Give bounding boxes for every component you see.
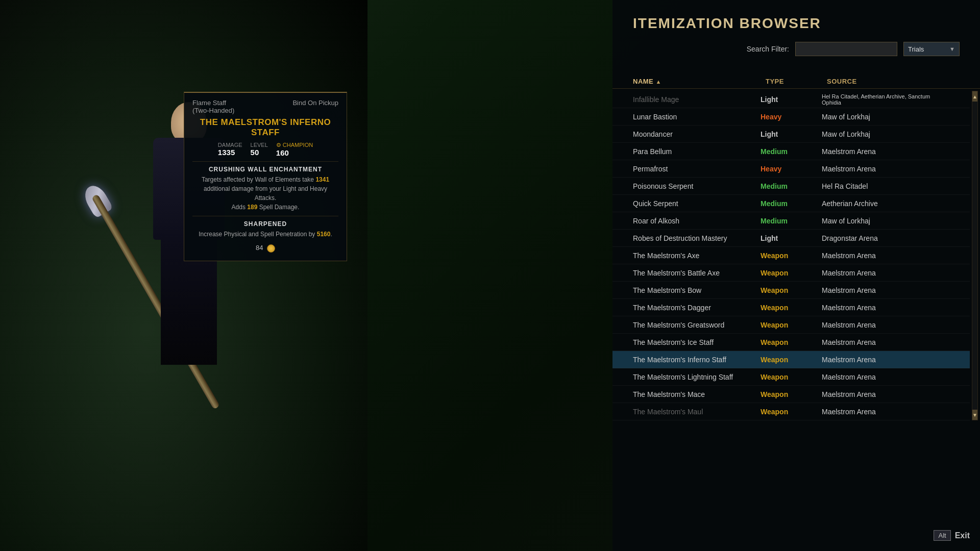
cell-item-type: Weapon — [761, 269, 822, 277]
table-row[interactable]: Roar of AlkoshMediumMaw of Lorkhaj — [612, 212, 970, 230]
table-row[interactable]: Poisonous SerpentMediumHel Ra Citadel — [612, 178, 970, 195]
cell-item-name: The Maelstrom's Inferno Staff — [633, 356, 761, 364]
table-row[interactable]: Lunar BastionHeavyMaw of Lorkhaj — [612, 108, 970, 126]
cell-item-type: Medium — [761, 182, 822, 190]
cell-item-name: The Maelstrom's Dagger — [633, 304, 761, 312]
stat-champion: ⚙ CHAMPION 160 — [276, 142, 313, 157]
tooltip-header: Flame Staff (Two-Handed) Bind On Pickup — [192, 99, 338, 114]
cell-item-type: Weapon — [761, 356, 822, 364]
cell-item-name: Lunar Bastion — [633, 113, 761, 121]
cell-item-source: Maelstrom Arena — [822, 408, 949, 416]
cell-item-name: The Maelstrom's Greatsword — [633, 321, 761, 329]
table-row[interactable]: The Maelstrom's DaggerWeaponMaelstrom Ar… — [612, 299, 970, 316]
cell-item-source: Maelstrom Arena — [822, 356, 949, 364]
table-body: Infallible MageLightHel Ra Citadel, Aeth… — [612, 91, 970, 420]
cell-item-source: Maelstrom Arena — [822, 286, 949, 294]
passive-title: SHARPENED — [192, 220, 338, 228]
table-row[interactable]: The Maelstrom's GreatswordWeaponMaelstro… — [612, 316, 970, 334]
cell-item-source: Maelstrom Arena — [822, 165, 949, 173]
dropdown-value: Trials — [908, 45, 924, 53]
table-row[interactable]: Infallible MageLightHel Ra Citadel, Aeth… — [612, 91, 970, 108]
cell-item-source: Maelstrom Arena — [822, 147, 949, 156]
table-row[interactable]: PermafrostHeavyMaelstrom Arena — [612, 160, 970, 178]
level-value: 50 — [251, 148, 268, 157]
cell-item-source: Maelstrom Arena — [822, 390, 949, 398]
cell-item-source: Maw of Lorkhaj — [822, 217, 949, 225]
cell-item-name: Moondancer — [633, 130, 761, 138]
level-label: LEVEL — [251, 142, 268, 148]
browser-title: ITEMIZATION BROWSER — [633, 15, 960, 32]
cell-item-type: Heavy — [761, 113, 822, 121]
stat-level: LEVEL 50 — [251, 142, 268, 157]
sort-arrow-icon: ▲ — [655, 79, 661, 85]
cell-item-type: Heavy — [761, 165, 822, 173]
cell-item-source: Dragonstar Arena — [822, 234, 949, 242]
exit-area: Alt Exit — [934, 530, 970, 541]
tooltip-item-name: THE MAELSTROM'S INFERNO STAFF — [192, 117, 338, 138]
table-row[interactable]: The Maelstrom's Lightning StaffWeaponMae… — [612, 368, 970, 386]
cell-item-type: Light — [761, 130, 822, 138]
cell-item-type: Medium — [761, 217, 822, 225]
tooltip-weapon-name: Flame Staff (Two-Handed) — [192, 99, 234, 114]
cell-item-name: Permafrost — [633, 165, 761, 173]
cell-item-source: Maelstrom Arena — [822, 269, 949, 277]
passive-description: Increase Physical and Spell Penetration … — [192, 230, 338, 239]
cell-item-name: The Maelstrom's Ice Staff — [633, 338, 761, 346]
damage-label: DAMAGE — [218, 142, 242, 148]
cell-item-source: Maelstrom Arena — [822, 338, 949, 346]
item-tooltip: Flame Staff (Two-Handed) Bind On Pickup … — [184, 92, 347, 261]
table-body-wrapper: Infallible MageLightHel Ra Citadel, Aeth… — [612, 91, 980, 420]
gold-coin-icon — [267, 244, 275, 253]
cell-item-source: Maelstrom Arena — [822, 252, 949, 260]
table-row[interactable]: The Maelstrom's MaulWeaponMaelstrom Aren… — [612, 403, 970, 420]
table-row[interactable]: The Maelstrom's MaceWeaponMaelstrom Aren… — [612, 386, 970, 403]
table-row[interactable]: MoondancerLightMaw of Lorkhaj — [612, 126, 970, 143]
cell-item-name: The Maelstrom's Axe — [633, 252, 761, 260]
enchant-description: Targets affected by Wall of Elements tak… — [192, 175, 338, 212]
cell-item-type: Medium — [761, 147, 822, 156]
scrollbar-track: ▲ ▼ — [972, 91, 978, 420]
cell-item-type: Weapon — [761, 321, 822, 329]
table-row[interactable]: The Maelstrom's AxeWeaponMaelstrom Arena — [612, 247, 970, 264]
search-input[interactable] — [795, 42, 897, 56]
table-row[interactable]: The Maelstrom's Inferno StaffWeaponMaels… — [612, 351, 970, 368]
cell-item-name: The Maelstrom's Mace — [633, 390, 761, 398]
filter-dropdown[interactable]: Trials ▼ — [903, 42, 960, 56]
scroll-up-button[interactable]: ▲ — [972, 91, 977, 102]
cell-item-name: The Maelstrom's Lightning Staff — [633, 373, 761, 381]
col-header-type[interactable]: TYPE — [766, 74, 827, 88]
cell-item-name: Infallible Mage — [633, 95, 761, 104]
cell-item-type: Light — [761, 234, 822, 242]
table-row[interactable]: The Maelstrom's Battle AxeWeaponMaelstro… — [612, 264, 970, 282]
dropdown-arrow-icon: ▼ — [949, 46, 955, 52]
tooltip-gold: 84 — [192, 244, 338, 253]
cell-item-name: Para Bellum — [633, 147, 761, 156]
col-header-source[interactable]: SOURCE — [827, 74, 960, 88]
table-row[interactable]: The Maelstrom's BowWeaponMaelstrom Arena — [612, 282, 970, 299]
col-header-name[interactable]: NAME ▲ — [633, 74, 766, 88]
cell-item-source: Hel Ra Citadel, Aetherian Archive, Sanct… — [822, 93, 949, 106]
champion-label: ⚙ CHAMPION — [276, 142, 313, 148]
cell-item-type: Weapon — [761, 338, 822, 346]
tooltip-stats: DAMAGE 1335 LEVEL 50 ⚙ CHAMPION 160 — [192, 142, 338, 157]
cell-item-source: Maelstrom Arena — [822, 321, 949, 329]
tooltip-bind: Bind On Pickup — [292, 99, 338, 114]
table-row[interactable]: Robes of Destruction MasteryLightDragons… — [612, 230, 970, 247]
cell-item-name: Robes of Destruction Mastery — [633, 234, 761, 242]
stat-damage: DAMAGE 1335 — [218, 142, 242, 157]
table-row[interactable]: The Maelstrom's Ice StaffWeaponMaelstrom… — [612, 334, 970, 351]
cell-item-type: Weapon — [761, 252, 822, 260]
cell-item-source: Maw of Lorkhaj — [822, 113, 949, 121]
table-row[interactable]: Para BellumMediumMaelstrom Arena — [612, 143, 970, 160]
enchant-title: CRUSHING WALL ENCHANTMENT — [192, 166, 338, 173]
cell-item-type: Weapon — [761, 373, 822, 381]
table-row[interactable]: Quick SerpentMediumAetherian Archive — [612, 195, 970, 212]
cell-item-source: Hel Ra Citadel — [822, 182, 949, 190]
itemization-browser-panel: ITEMIZATION BROWSER Search Filter: Trial… — [612, 0, 980, 551]
cell-item-type: Weapon — [761, 408, 822, 416]
scroll-down-button[interactable]: ▼ — [972, 410, 977, 420]
cell-item-source: Maelstrom Arena — [822, 304, 949, 312]
cell-item-type: Weapon — [761, 390, 822, 398]
table-header: NAME ▲ TYPE SOURCE — [612, 74, 980, 89]
exit-button[interactable]: Exit — [955, 531, 970, 540]
